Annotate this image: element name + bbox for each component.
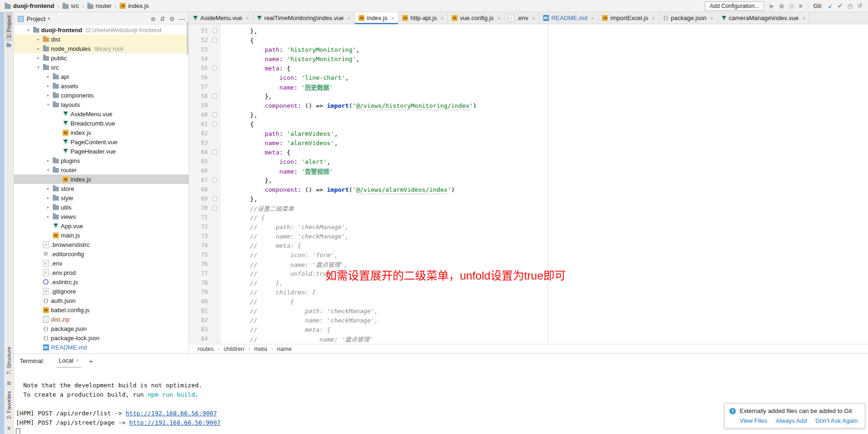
close-icon[interactable]: × <box>76 357 79 363</box>
chevron-right-icon[interactable]: ▸ <box>35 37 42 42</box>
chevron-right-icon[interactable]: ▸ <box>35 56 42 60</box>
tree-row[interactable]: AsideMenu.vue <box>14 109 189 119</box>
locate-icon[interactable]: ⊕ <box>151 15 156 22</box>
notification-action-link[interactable]: Always Add <box>776 417 807 424</box>
tree-row[interactable]: ▸views <box>14 212 189 221</box>
tree-row[interactable]: Breadcrumb.vue <box>14 119 189 128</box>
tree-row[interactable]: MDREADME.md <box>14 343 189 352</box>
breadcrumb-item[interactable]: router <box>87 2 112 9</box>
fold-marker-icon[interactable] <box>212 206 217 210</box>
editor-tab[interactable]: JSimportExcel.js× <box>598 12 659 24</box>
tree-scrollbar[interactable] <box>187 21 188 55</box>
editor-breadcrumb-item[interactable]: name <box>277 346 291 352</box>
collapse-all-icon[interactable]: ⇵ <box>160 15 165 22</box>
tree-row[interactable]: ▸node_moduleslibrary root <box>14 44 189 53</box>
git-history-icon[interactable]: ◷ <box>847 3 853 9</box>
tree-row[interactable]: JSbabel.config.js <box>14 305 189 315</box>
git-commit-icon[interactable]: ✔ <box>838 3 843 9</box>
close-icon[interactable]: × <box>391 15 394 21</box>
project-panel-title[interactable]: Project <box>27 15 45 22</box>
stripe-tab-favorites[interactable]: 2: Favorites <box>6 388 12 422</box>
close-icon[interactable]: × <box>710 15 713 21</box>
close-icon[interactable]: × <box>246 15 249 21</box>
fold-marker-icon[interactable] <box>212 178 217 182</box>
chevron-right-icon[interactable]: ▸ <box>45 196 51 200</box>
new-terminal-button[interactable]: + <box>89 357 93 365</box>
tree-row[interactable]: ▸plugins <box>14 156 189 165</box>
tree-row[interactable]: ⊘.gitignore <box>14 287 189 296</box>
fold-marker-icon[interactable] <box>212 122 217 126</box>
settings-icon[interactable]: ⚙ <box>169 15 175 22</box>
editor-tab[interactable]: {}package.json× <box>659 12 718 24</box>
chevron-right-icon[interactable]: ▸ <box>45 214 51 219</box>
tree-row[interactable]: ⚙.editorconfig <box>14 249 189 259</box>
tree-row[interactable]: ≡.browserslistrc <box>14 240 189 249</box>
add-configuration-button[interactable]: Add Configuration... <box>705 1 764 11</box>
chevron-down-icon[interactable]: ▾ <box>25 28 32 32</box>
chevron-right-icon[interactable]: ▸ <box>45 158 51 163</box>
editor-tab[interactable]: JSvue.config.js× <box>448 12 505 24</box>
close-icon[interactable]: × <box>532 15 535 21</box>
fold-marker-icon[interactable] <box>212 66 217 70</box>
close-icon[interactable]: × <box>497 15 500 21</box>
tree-row[interactable]: JSindex.js <box>14 128 189 137</box>
code-viewport[interactable]: 51 },52 {53 path: 'historyMonitoring',54… <box>189 26 868 343</box>
terminal-link[interactable]: http://192.168.66.56:9007 <box>126 410 217 417</box>
tree-row[interactable]: ≡.env <box>14 259 189 268</box>
tree-row[interactable]: ≡.env.prod <box>14 268 189 277</box>
editor-tab[interactable]: JShttp-api.js× <box>398 12 448 24</box>
notification-action-link[interactable]: View Files <box>740 417 767 424</box>
tree-row[interactable]: JSindex.js <box>14 175 189 184</box>
tree-row[interactable]: PageContent.vue <box>14 137 189 147</box>
tree-row[interactable]: ▸assets <box>14 81 189 91</box>
editor-tab[interactable]: AsideMenu.vue× <box>189 12 253 24</box>
chevron-right-icon[interactable]: ▸ <box>45 186 51 191</box>
tree-row[interactable]: {}auth.json <box>14 296 189 305</box>
stripe-tab-project[interactable]: 1: Project <box>6 12 12 42</box>
terminal-tab-local[interactable]: Local × <box>56 354 82 368</box>
close-icon[interactable]: × <box>652 15 655 21</box>
hide-icon[interactable]: — <box>179 15 185 22</box>
fold-marker-icon[interactable] <box>212 38 217 42</box>
editor-tab[interactable]: MDREADME.md× <box>539 12 599 24</box>
editor-tab[interactable]: JSindex.js× <box>355 12 399 24</box>
close-icon[interactable]: × <box>591 15 594 21</box>
chevron-right-icon[interactable]: ▸ <box>45 84 51 88</box>
tree-row[interactable]: ▸api <box>14 72 189 81</box>
editor-body[interactable]: 51 },52 {53 path: 'historyMonitoring',54… <box>189 24 868 344</box>
editor-tab[interactable]: cameraManage\index.vue× <box>718 12 810 24</box>
tree-row[interactable]: .eslintrc.js <box>14 277 189 287</box>
tree-row[interactable]: App.vue <box>14 221 189 231</box>
editor-breadcrumb-item[interactable]: children <box>224 346 244 352</box>
chevron-right-icon[interactable]: ▸ <box>35 46 42 51</box>
chevron-right-icon[interactable]: ▸ <box>45 205 51 210</box>
fold-marker-icon[interactable] <box>212 28 217 33</box>
tree-row[interactable]: ▾duoji-frontendD:\zheheWeb\duoji-fronten… <box>14 25 189 35</box>
close-icon[interactable]: × <box>440 15 443 21</box>
chevron-down-icon[interactable]: ▾ <box>35 65 42 70</box>
close-icon[interactable]: × <box>802 15 805 21</box>
notification-action-link[interactable]: Don't Ask Again <box>815 417 858 424</box>
tree-row[interactable]: ▸store <box>14 184 189 193</box>
stripe-tab-structure[interactable]: 7: Structure <box>6 343 12 378</box>
close-icon[interactable]: × <box>347 15 350 21</box>
editor-tab[interactable]: ≡.env× <box>505 12 539 24</box>
fold-marker-icon[interactable] <box>212 112 217 117</box>
terminal-cursor[interactable] <box>16 428 20 434</box>
fold-marker-icon[interactable] <box>212 150 217 154</box>
tree-row[interactable]: {}package-lock.json <box>14 333 189 343</box>
terminal-link[interactable]: http://192.168.66.56:9007 <box>129 419 221 426</box>
tree-row[interactable]: JSmain.js <box>14 231 189 240</box>
tree-row[interactable]: ▸style <box>14 193 189 203</box>
chevron-down-icon[interactable]: ▾ <box>45 168 51 172</box>
chevron-down-icon[interactable]: ▾ <box>45 102 51 107</box>
git-update-icon[interactable]: ↙ <box>828 3 833 9</box>
breadcrumb-item[interactable]: JSindex.js <box>120 2 148 9</box>
tree-row[interactable]: dist.zip <box>14 315 189 324</box>
tree-row[interactable]: PageHeader.vue <box>14 147 189 156</box>
tree-row[interactable]: {}package.json <box>14 324 189 333</box>
editor-breadcrumb-item[interactable]: meta <box>254 346 267 352</box>
chevron-right-icon[interactable]: ▸ <box>45 93 51 98</box>
tree-row[interactable]: ▾layouts <box>14 100 189 109</box>
git-revert-icon[interactable]: ↺ <box>857 3 862 9</box>
